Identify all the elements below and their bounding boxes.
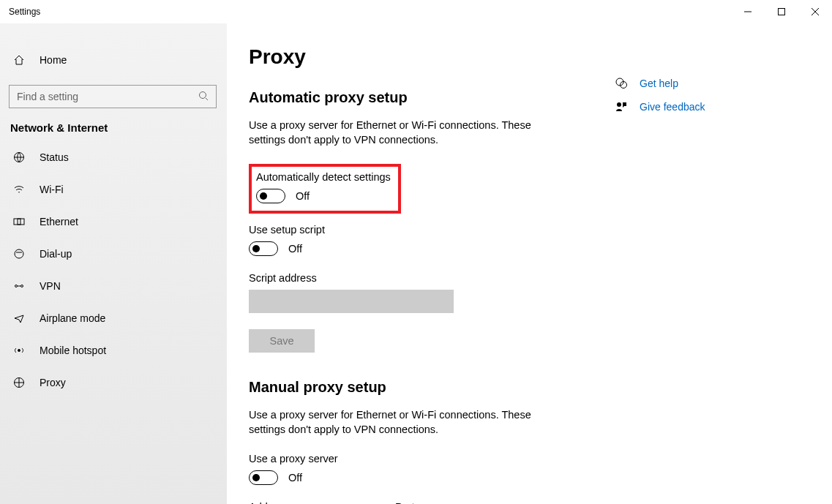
sidebar-item-vpn[interactable]: VPN (0, 270, 227, 302)
close-button[interactable] (798, 0, 832, 23)
sidebar-item-label: Status (40, 151, 69, 163)
sidebar-home[interactable]: Home (0, 44, 227, 76)
get-help-label: Get help (640, 78, 678, 89)
sidebar-item-hotspot[interactable]: Mobile hotspot (0, 334, 227, 366)
wifi-icon (12, 184, 26, 195)
sidebar: Home Find a setting Network & Internet S… (0, 23, 227, 504)
globe-icon (12, 151, 26, 163)
give-feedback-label: Give feedback (640, 101, 705, 113)
window-title: Settings (0, 7, 40, 17)
home-icon (12, 54, 26, 66)
manual-description: Use a proxy server for Ethernet or Wi-Fi… (249, 407, 556, 437)
manual-heading: Manual proxy setup (249, 379, 615, 396)
sidebar-item-label: Mobile hotspot (40, 345, 106, 356)
get-help-link[interactable]: Get help (615, 72, 705, 95)
setup-script-state: Off (288, 243, 302, 255)
auto-detect-state: Off (296, 190, 310, 202)
sidebar-item-ethernet[interactable]: Ethernet (0, 206, 227, 238)
svg-rect-3 (14, 219, 24, 225)
svg-point-8 (18, 350, 20, 352)
airplane-icon (12, 312, 26, 324)
sidebar-item-proxy[interactable]: Proxy (0, 366, 227, 399)
auto-description: Use a proxy server for Ethernet or Wi-Fi… (249, 118, 556, 148)
search-icon (198, 91, 209, 103)
svg-point-1 (200, 91, 206, 98)
maximize-button[interactable] (765, 0, 798, 23)
sidebar-item-label: VPN (40, 280, 61, 292)
manual-address-label: Address (249, 501, 366, 504)
give-feedback-link[interactable]: Give feedback (615, 95, 705, 119)
svg-point-6 (15, 285, 18, 287)
setup-script-label: Use setup script (249, 224, 615, 236)
sidebar-category: Network & Internet (0, 121, 227, 141)
use-proxy-label: Use a proxy server (249, 453, 615, 464)
dialup-icon (12, 248, 26, 260)
proxy-icon (12, 377, 26, 388)
script-address-input[interactable] (249, 290, 454, 313)
ethernet-icon (12, 216, 26, 227)
script-address-label: Script address (249, 272, 615, 284)
help-column: Get help Give feedback (615, 23, 705, 504)
manual-port-label: Port (395, 501, 415, 504)
help-icon (615, 78, 628, 89)
sidebar-item-status[interactable]: Status (0, 141, 227, 173)
svg-point-5 (15, 249, 23, 258)
save-button[interactable]: Save (249, 329, 315, 353)
use-proxy-state: Off (288, 472, 302, 484)
svg-rect-0 (779, 9, 785, 15)
hotspot-icon (12, 345, 26, 356)
auto-heading: Automatic proxy setup (249, 89, 615, 106)
sidebar-item-label: Airplane mode (40, 312, 105, 324)
minimize-button[interactable] (731, 0, 765, 23)
sidebar-item-wifi[interactable]: Wi-Fi (0, 173, 227, 206)
sidebar-home-label: Home (40, 54, 67, 66)
feedback-icon (615, 101, 628, 113)
svg-rect-4 (18, 219, 20, 225)
setup-script-toggle[interactable] (249, 241, 278, 256)
highlight-box: Automatically detect settings Off (249, 164, 401, 214)
sidebar-item-label: Ethernet (40, 216, 78, 227)
search-input[interactable]: Find a setting (9, 85, 217, 108)
sidebar-item-label: Dial-up (40, 248, 72, 260)
page-title: Proxy (249, 45, 615, 69)
auto-detect-toggle[interactable] (256, 189, 285, 203)
svg-point-12 (617, 102, 621, 107)
sidebar-item-airplane[interactable]: Airplane mode (0, 302, 227, 334)
sidebar-item-label: Wi-Fi (40, 184, 64, 195)
vpn-icon (12, 280, 26, 292)
sidebar-item-dialup[interactable]: Dial-up (0, 238, 227, 270)
auto-detect-label: Automatically detect settings (256, 171, 391, 183)
svg-point-7 (21, 285, 23, 287)
use-proxy-toggle[interactable] (249, 470, 278, 485)
search-placeholder: Find a setting (17, 91, 78, 102)
main-content: Proxy Automatic proxy setup Use a proxy … (227, 23, 615, 504)
sidebar-item-label: Proxy (40, 377, 66, 388)
